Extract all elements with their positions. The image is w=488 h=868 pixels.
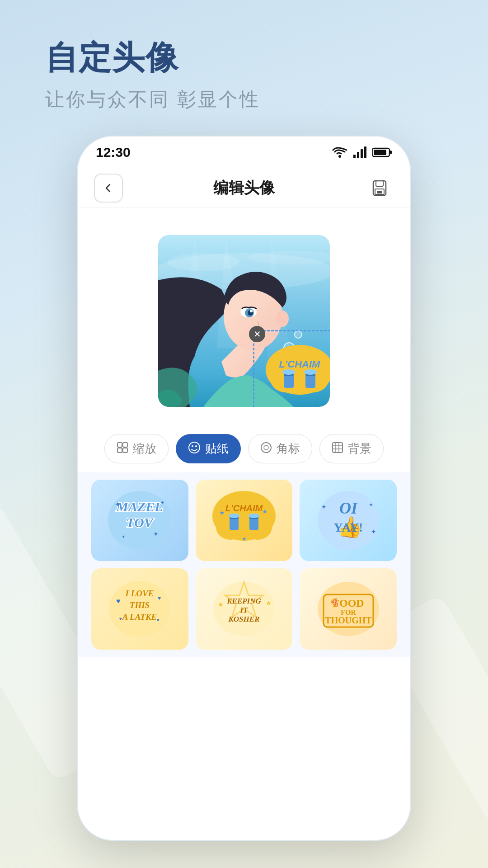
tab-badge-label: 角标 — [277, 441, 300, 457]
svg-rect-67 — [249, 518, 258, 530]
toolbar-tabs: 缩放 贴纸 — [78, 420, 410, 472]
back-button[interactable] — [94, 174, 123, 203]
bg-icon — [332, 442, 343, 456]
svg-point-47 — [261, 443, 271, 453]
sticker-item-oi[interactable]: OI 👍 YAY! ✦ ✦ ✦ — [300, 480, 397, 561]
svg-rect-9 — [376, 181, 383, 186]
svg-point-35 — [282, 369, 295, 375]
food-sticker-svg: FOOD FOR THOUGHT 🍕 — [312, 573, 385, 645]
svg-text:L'CHAIM: L'CHAIM — [225, 503, 263, 513]
avatar-container[interactable]: ✕ L'CHAIM — [158, 235, 330, 407]
svg-text:THIS: THIS — [130, 600, 150, 610]
svg-text:★: ★ — [262, 508, 268, 515]
phone-mockup: 12:30 — [77, 136, 411, 841]
svg-point-0 — [338, 155, 341, 158]
tab-zoom-label: 缩放 — [133, 441, 156, 457]
svg-rect-49 — [333, 443, 343, 453]
svg-rect-65 — [230, 518, 239, 530]
svg-rect-4 — [364, 146, 366, 158]
svg-rect-7 — [374, 150, 386, 155]
svg-rect-41 — [123, 443, 127, 447]
save-icon — [371, 179, 389, 197]
svg-point-44 — [189, 442, 200, 453]
nav-bar: 编辑头像 — [78, 168, 410, 208]
svg-text:THOUGHT: THOUGHT — [325, 615, 372, 625]
svg-text:A LATKE: A LATKE — [122, 612, 157, 622]
svg-point-48 — [264, 445, 268, 450]
svg-rect-11 — [377, 191, 382, 193]
back-chevron-icon — [103, 183, 114, 193]
svg-rect-43 — [123, 448, 127, 453]
sticker-item-lchaim[interactable]: L'CHAIM ★ ★ ★ — [196, 480, 293, 561]
svg-text:♥: ♥ — [116, 597, 121, 605]
svg-rect-33 — [305, 374, 315, 388]
svg-rect-40 — [117, 443, 122, 447]
bg-svg-icon — [332, 442, 343, 453]
svg-text:✦: ✦ — [153, 530, 159, 538]
svg-point-45 — [192, 445, 193, 447]
svg-text:TOV: TOV — [127, 515, 155, 530]
page-title: 自定头像 — [45, 36, 452, 80]
nav-title: 编辑头像 — [213, 178, 275, 198]
save-button[interactable] — [365, 174, 394, 203]
svg-text:★: ★ — [242, 536, 247, 542]
svg-text:MAZEL: MAZEL — [116, 499, 163, 514]
wifi-icon — [332, 146, 348, 158]
svg-rect-31 — [284, 374, 294, 388]
main-content: ✕ L'CHAIM — [78, 208, 410, 657]
svg-text:♥: ♥ — [119, 616, 122, 621]
sticker-item-kosher[interactable]: KEEPING IT KOSHER ★ ★ — [196, 568, 293, 650]
svg-rect-42 — [117, 448, 122, 453]
svg-text:🍕: 🍕 — [329, 598, 340, 608]
svg-text:♥: ♥ — [158, 595, 161, 601]
svg-rect-2 — [357, 152, 359, 158]
svg-text:★: ★ — [320, 363, 327, 372]
badge-svg-icon — [260, 442, 272, 453]
sticker-remove-button[interactable]: ✕ — [249, 326, 265, 342]
tab-sticker-label: 贴纸 — [205, 441, 229, 457]
sticker-icon — [188, 441, 201, 457]
tab-bg-label: 背景 — [348, 441, 371, 457]
status-time: 12:30 — [96, 145, 131, 160]
sticker-item-mazel[interactable]: MAZEL TOV ✦ ✦ ✦ ✦ — [91, 480, 188, 561]
signal-icon — [353, 146, 367, 158]
svg-text:✦: ✦ — [371, 528, 376, 535]
svg-point-36 — [304, 369, 317, 375]
sticker-item-food[interactable]: FOOD FOR THOUGHT 🍕 — [300, 568, 397, 650]
zoom-icon — [117, 442, 128, 456]
svg-point-22 — [276, 311, 289, 327]
svg-text:IT: IT — [239, 606, 248, 614]
tab-zoom[interactable]: 缩放 — [104, 434, 169, 463]
status-icons — [332, 146, 392, 158]
sticker-grid: MAZEL TOV ✦ ✦ ✦ ✦ L'CHAIM — [78, 472, 410, 657]
svg-text:YAY!: YAY! — [333, 520, 363, 534]
mazel-sticker-svg: MAZEL TOV ✦ ✦ ✦ ✦ — [103, 484, 176, 557]
tab-sticker[interactable]: 贴纸 — [176, 434, 241, 463]
svg-point-69 — [229, 514, 239, 518]
status-bar: 12:30 — [78, 137, 410, 168]
svg-point-46 — [195, 445, 197, 447]
svg-text:★: ★ — [272, 363, 280, 372]
svg-text:✦: ✦ — [321, 503, 327, 510]
latke-sticker-svg: I LOVE THIS A LATKE ♥ ♥ ♥ ♥ — [103, 573, 176, 645]
tab-badge[interactable]: 角标 — [248, 434, 312, 463]
svg-text:KEEPING: KEEPING — [226, 597, 261, 605]
svg-text:OI: OI — [339, 499, 358, 517]
svg-text:✦: ✦ — [115, 500, 121, 508]
svg-text:KOSHER: KOSHER — [228, 615, 259, 623]
avatar-image: ✕ L'CHAIM — [158, 235, 330, 407]
kosher-sticker-svg: KEEPING IT KOSHER ★ ★ — [208, 573, 280, 645]
svg-text:★: ★ — [219, 509, 225, 516]
svg-text:★: ★ — [266, 599, 272, 607]
svg-text:★: ★ — [218, 601, 224, 608]
avatar-preview-area: ✕ L'CHAIM — [78, 226, 410, 420]
battery-icon — [372, 147, 392, 158]
sticker-item-latke[interactable]: I LOVE THIS A LATKE ♥ ♥ ♥ ♥ — [91, 568, 188, 650]
oi-sticker-svg: OI 👍 YAY! ✦ ✦ ✦ — [312, 484, 385, 557]
zoom-svg-icon — [117, 442, 128, 453]
svg-rect-3 — [361, 149, 363, 158]
svg-point-70 — [249, 514, 259, 518]
svg-text:✦: ✦ — [122, 534, 125, 539]
lchaim-sticker-svg: L'CHAIM ★ ★ ★ — [208, 484, 280, 557]
tab-bg[interactable]: 背景 — [319, 434, 384, 463]
